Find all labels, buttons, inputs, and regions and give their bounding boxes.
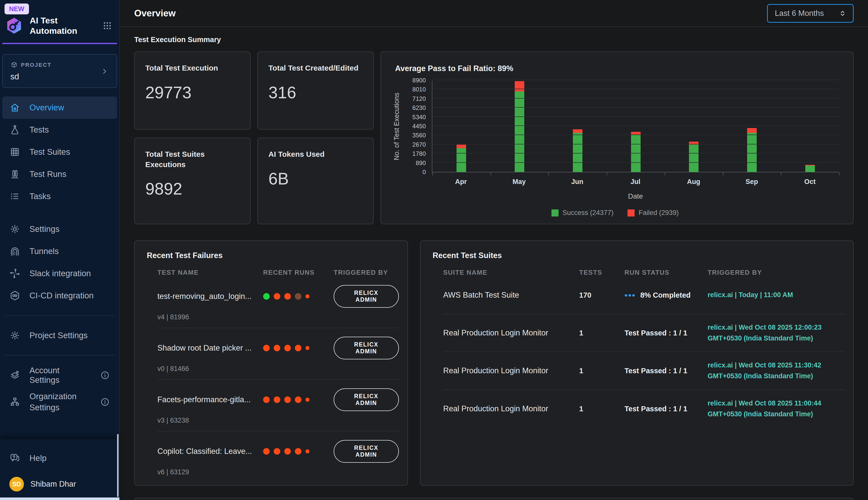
suite-triggered-by: relicx.ai | Wed Oct 08 2025 11:30:42 GMT… xyxy=(707,360,845,382)
triggered-by-button[interactable]: RELICX ADMIN xyxy=(334,337,399,359)
sidebar-item-project-settings[interactable]: Project Settings xyxy=(2,324,117,346)
triggered-by-button[interactable]: RELICX ADMIN xyxy=(334,285,399,308)
sidebar-item-overview[interactable]: Overview xyxy=(2,96,117,119)
chart-title: Average Pass to Fail Ratio: 89% xyxy=(381,64,853,73)
sidebar-item-slack-integration[interactable]: Slack integration xyxy=(2,262,117,285)
x-axis-tick xyxy=(607,172,607,175)
page-title: Overview xyxy=(134,8,176,19)
sidebar-divider xyxy=(4,315,115,316)
y-tick-label: 6230 xyxy=(412,104,426,111)
help-chat-icon xyxy=(9,453,20,464)
y-tick-label: 0 xyxy=(423,169,426,176)
sidebar-item-test-suites[interactable]: Test Suites xyxy=(2,141,117,163)
chart-slots xyxy=(432,81,839,172)
sidebar-item-tunnels[interactable]: Tunnels xyxy=(2,240,117,262)
chevron-right-icon xyxy=(100,67,109,76)
sidebar-item-organization-settings[interactable]: Organization Settings xyxy=(2,386,117,418)
pass-fail-chart: No. of Test Executions 08901780267035604… xyxy=(381,81,853,217)
sidebar-header: NEW AI Test Automation xyxy=(0,0,119,43)
run-status-dot xyxy=(263,396,270,403)
y-tick-label: 1780 xyxy=(412,150,426,157)
chart-plot xyxy=(432,81,839,172)
failure-row[interactable]: test-removing_auto_login... RELICX ADMIN… xyxy=(157,276,399,328)
test-name[interactable]: Shadow root Date picker ... xyxy=(157,343,263,353)
recent-test-failures-card: Recent Test Failures TEST NAME RECENT RU… xyxy=(134,240,408,486)
sidebar-bottom-scrollbar[interactable] xyxy=(0,498,119,500)
content: Test Execution Summary Total Test Execut… xyxy=(120,27,868,500)
sidebar-item-settings[interactable]: Settings xyxy=(2,218,117,240)
suite-status: ••• 8% Completed xyxy=(624,291,707,299)
sidebar-item-account-settings[interactable]: Account Settings xyxy=(2,364,117,386)
suite-name[interactable]: Real Production Login Monitor xyxy=(443,404,579,413)
new-badge: NEW xyxy=(4,3,29,14)
run-status-dot xyxy=(274,293,280,300)
sidebar-item-test-runs[interactable]: Test Runs xyxy=(2,163,117,185)
chart-bar-May xyxy=(515,81,524,172)
sidebar-item-cicd-integration[interactable]: CI-CD integration xyxy=(2,285,117,307)
test-version-id: v6 | 63129 xyxy=(157,468,399,476)
suite-name[interactable]: AWS Batch Test Suite xyxy=(443,291,579,300)
stat-card-total-suite-executions: Total Test Suites Executions 9892 xyxy=(134,138,250,224)
date-range-select[interactable]: Last 6 Months xyxy=(767,4,854,23)
recent-test-suites-card: Recent Test Suites SUITE NAME TESTS RUN … xyxy=(420,240,854,486)
suite-row[interactable]: AWS Batch Test Suite 170 ••• 8% Complete… xyxy=(443,276,845,314)
test-name[interactable]: test-removing_auto_login... xyxy=(157,292,263,301)
legend-swatch xyxy=(551,209,559,216)
sidebar-item-tasks[interactable]: Tasks xyxy=(2,185,117,207)
chart-bar-Jun xyxy=(573,129,583,172)
triggered-by-button[interactable]: RELICX ADMIN xyxy=(334,440,399,463)
suite-row[interactable]: Real Production Login Monitor 1 Test Pas… xyxy=(443,352,845,390)
x-tick-label: Oct xyxy=(781,178,839,186)
run-status-dot xyxy=(274,448,280,455)
test-name[interactable]: Facets-performance-gitla... xyxy=(157,395,263,404)
sidebar-scrollbar[interactable] xyxy=(117,434,119,497)
suite-tests: 1 xyxy=(579,329,624,337)
info-icon[interactable] xyxy=(100,397,110,407)
section-title: Test Execution Summary xyxy=(134,35,854,44)
sidebar: NEW AI Test Automation xyxy=(0,0,120,500)
y-tick-label: 5340 xyxy=(412,114,426,121)
gridline xyxy=(432,125,839,126)
test-version-id: v3 | 63238 xyxy=(157,417,399,424)
stat-value: 29773 xyxy=(145,83,239,102)
suite-row[interactable]: Real Production Login Monitor 1 Test Pas… xyxy=(443,390,845,428)
failure-row[interactable]: Shadow root Date picker ... RELICX ADMIN… xyxy=(157,328,399,380)
gridline xyxy=(432,135,839,135)
run-status-dot xyxy=(305,398,309,402)
triggered-by-button[interactable]: RELICX ADMIN xyxy=(334,388,399,411)
org-chart-icon xyxy=(9,396,20,408)
test-version-id: v4 | 81996 xyxy=(157,313,399,321)
legend-item: Failed (2939) xyxy=(627,209,679,217)
gear-icon xyxy=(9,224,20,235)
project-selector[interactable]: PROJECT sd xyxy=(2,54,117,88)
test-name[interactable]: Copilot: Classified: Leave... xyxy=(157,447,263,456)
x-axis-tick xyxy=(665,172,665,175)
failure-row[interactable]: Facets-performance-gitla... RELICX ADMIN… xyxy=(157,380,399,431)
suites-title: Recent Test Suites xyxy=(433,251,845,260)
flask-icon xyxy=(9,124,20,135)
user-menu[interactable]: SD Shibam Dhar xyxy=(2,469,117,500)
run-status-dot xyxy=(274,345,280,351)
pass-fail-chart-card: Average Pass to Fail Ratio: 89% No. of T… xyxy=(380,52,854,224)
stat-card-ai-tokens: AI Tokens Used 6B xyxy=(257,138,374,224)
suite-name[interactable]: Real Production Login Monitor xyxy=(443,366,579,375)
x-tick-label: Apr xyxy=(432,178,490,186)
tasks-list-icon xyxy=(9,191,20,202)
app-root: NEW AI Test Automation xyxy=(0,0,868,500)
suite-name[interactable]: Real Production Login Monitor xyxy=(443,328,579,338)
apps-grid-icon[interactable] xyxy=(102,20,113,31)
info-icon[interactable] xyxy=(100,370,110,380)
sidebar-accent-divider xyxy=(2,43,117,44)
tunnel-icon xyxy=(9,246,20,257)
suite-tests: 170 xyxy=(579,291,624,299)
run-status-dot xyxy=(274,396,280,403)
date-range-value: Last 6 Months xyxy=(775,9,824,18)
sidebar-item-help[interactable]: Help xyxy=(2,447,117,469)
run-status-dot xyxy=(295,345,302,351)
suite-row[interactable]: Real Production Login Monitor 1 Test Pas… xyxy=(443,314,845,352)
failure-row[interactable]: Copilot: Classified: Leave... RELICX ADM… xyxy=(157,431,399,482)
test-version-id: v0 | 81466 xyxy=(157,365,399,373)
chart-y-axis-label: No. of Test Executions xyxy=(391,81,402,172)
project-settings-gear-icon xyxy=(9,330,20,341)
sidebar-item-tests[interactable]: Tests xyxy=(2,119,117,141)
